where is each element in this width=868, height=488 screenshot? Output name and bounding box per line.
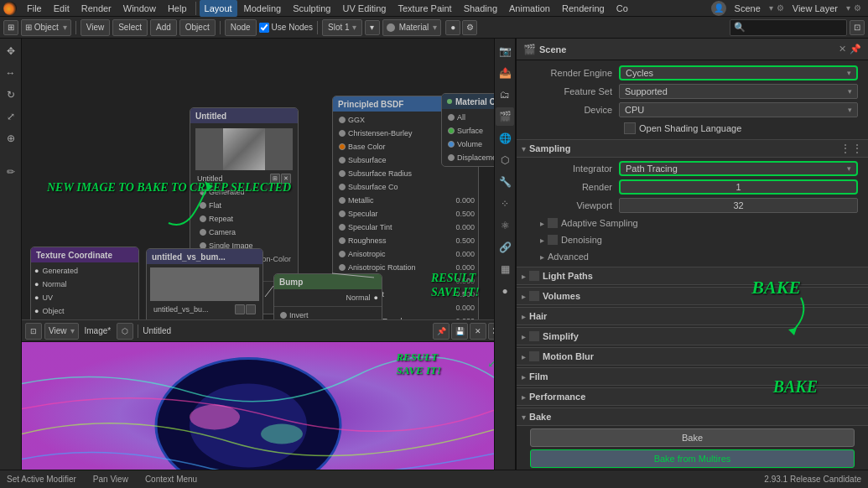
blender-logo[interactable] xyxy=(3,2,17,15)
integrator-dropdown[interactable]: Path Tracing ▾ xyxy=(619,161,858,176)
tool-scale-icon[interactable]: ⤢ xyxy=(2,107,20,126)
constraints-icon[interactable]: 🔗 xyxy=(496,238,514,257)
viewer-save-icon[interactable]: 💾 xyxy=(451,323,468,340)
viewer-mode-icon[interactable]: ⊡ xyxy=(25,323,42,340)
render-samples-field[interactable]: 1 xyxy=(619,179,858,195)
use-nodes-label[interactable]: Use Nodes xyxy=(259,23,313,33)
tab-layout[interactable]: Layout xyxy=(200,0,237,17)
motion-blur-icon xyxy=(529,351,539,361)
tab-co[interactable]: Co xyxy=(611,0,633,17)
material-dropdown[interactable]: Material ▾ xyxy=(382,19,442,36)
node-btn[interactable]: Node xyxy=(225,19,257,36)
tool-annotate-icon[interactable]: ✏ xyxy=(2,163,20,181)
viewport-samples-field[interactable]: 32 xyxy=(619,198,858,213)
viewer-image-label[interactable]: Image* xyxy=(81,326,115,335)
bump-img-icon2[interactable] xyxy=(246,304,256,314)
scene-icon[interactable]: 🎬 xyxy=(496,107,514,126)
select-menu[interactable]: Select xyxy=(112,19,148,36)
menu-render[interactable]: Render xyxy=(76,0,117,17)
simplify-header[interactable]: ▸ Simplify xyxy=(517,327,868,345)
tab-modeling[interactable]: Modeling xyxy=(239,0,287,17)
object-menu[interactable]: Object xyxy=(179,19,216,36)
tex-coord-header: Texture Coordinate xyxy=(31,247,138,262)
world-icon[interactable]: 🌐 xyxy=(496,129,514,148)
sampling-options[interactable]: ⋮⋮ xyxy=(839,142,863,155)
tab-texture-paint[interactable]: Texture Paint xyxy=(392,0,456,17)
menu-help[interactable]: Help xyxy=(163,0,192,17)
adaptive-sampling-item[interactable]: ▸ Adaptive Sampling xyxy=(523,215,861,231)
panel-pin-icon[interactable]: 📌 xyxy=(850,44,861,55)
viewer-close-icon[interactable]: ✕ xyxy=(470,323,486,340)
material-icon[interactable]: ● xyxy=(445,20,460,35)
particles-icon[interactable]: ⁘ xyxy=(496,195,514,213)
material-settings-icon[interactable]: ⚙ xyxy=(462,20,477,35)
data-icon[interactable]: ▦ xyxy=(496,260,514,278)
add-menu[interactable]: Add xyxy=(150,19,177,36)
bake-button[interactable]: Bake xyxy=(530,428,855,447)
bump-img-icon1[interactable] xyxy=(235,304,245,314)
volumes-header[interactable]: ▸ Volumes xyxy=(517,287,868,305)
viewer-icon1[interactable]: ⬡ xyxy=(117,323,133,340)
bake-from-button[interactable]: Bake from Multires xyxy=(530,449,855,468)
image-link-icon[interactable]: ✕ xyxy=(281,174,291,184)
device-row: Device CPU ▾ xyxy=(523,101,861,119)
user-icon[interactable]: 👤 xyxy=(711,1,726,16)
slot-dropdown[interactable]: Slot 1 ▾ xyxy=(322,19,362,36)
image-options-icon[interactable]: ⊞ xyxy=(270,174,280,184)
sampling-section-header[interactable]: ▾ Sampling ⋮⋮ xyxy=(517,139,868,158)
viewer-pin-icon[interactable]: 📌 xyxy=(433,323,450,340)
sampling-content: Integrator Path Tracing ▾ Render 1 Viewp… xyxy=(517,159,868,265)
device-label: Device xyxy=(527,105,619,115)
modifier-icon[interactable]: 🔧 xyxy=(496,173,514,191)
menu-window[interactable]: Window xyxy=(118,0,161,17)
mode-icon[interactable]: ⊞ xyxy=(3,20,18,35)
menu-edit[interactable]: Edit xyxy=(49,0,75,17)
open-shading-checkbox[interactable] xyxy=(624,122,636,134)
tool-select-icon[interactable]: ✥ xyxy=(2,42,20,60)
scene-settings-icon[interactable]: ⚙ xyxy=(777,3,784,13)
node-canvas-upper[interactable]: Principled BSDF BSDF GGX Christensen-Bur… xyxy=(22,39,494,336)
viewer-view-dropdown[interactable]: View▾ xyxy=(44,323,79,340)
tab-animation[interactable]: Animation xyxy=(504,0,555,17)
scene-expand-icon[interactable]: ▾ xyxy=(769,3,773,13)
tool-move-icon[interactable]: ↔ xyxy=(2,64,20,82)
material-prop-icon[interactable]: ● xyxy=(496,282,514,300)
view-menu[interactable]: View xyxy=(81,19,111,36)
advanced-item[interactable]: ▸ Advanced xyxy=(523,248,861,265)
view-layer-icon[interactable]: 🗂 xyxy=(496,86,514,104)
tab-sculpting[interactable]: Sculpting xyxy=(288,0,335,17)
use-nodes-checkbox[interactable] xyxy=(259,23,269,33)
tool-rotate-icon[interactable]: ↻ xyxy=(2,86,20,104)
view-layer-settings-icon[interactable]: ⚙ xyxy=(854,3,861,13)
slot-options-icon[interactable]: ▾ xyxy=(365,20,380,35)
tab-rendering[interactable]: Rendering xyxy=(557,0,610,17)
performance-header[interactable]: ▸ Performance xyxy=(517,387,868,406)
render-row: Render 1 xyxy=(523,178,861,196)
bake-section-header[interactable]: ▾ Bake xyxy=(517,408,868,426)
image-canvas[interactable]: ⤢ ✋ RESULTSAVE IT! xyxy=(22,342,494,487)
denoising-item[interactable]: ▸ Denoising xyxy=(523,231,861,248)
search-box[interactable]: 🔍 xyxy=(730,19,847,36)
panel-toggle-icon[interactable]: ⊡ xyxy=(850,20,865,35)
hair-header[interactable]: ▸ Hair xyxy=(517,307,868,325)
device-dropdown[interactable]: CPU ▾ xyxy=(619,102,858,117)
tab-shading[interactable]: Shading xyxy=(459,0,502,17)
motion-blur-header[interactable]: ▸ Motion Blur xyxy=(517,347,868,366)
output-icon[interactable]: 📤 xyxy=(496,64,514,82)
light-paths-header[interactable]: ▸ Light Paths xyxy=(517,267,868,285)
film-header[interactable]: ▸ Film xyxy=(517,367,868,386)
view-layer-expand-icon[interactable]: ▾ xyxy=(846,3,850,13)
object-mode-dropdown[interactable]: ⊞ Object ▾ xyxy=(21,19,71,36)
tool-transform-icon[interactable]: ⊕ xyxy=(2,129,20,148)
node-editor[interactable]: Principled BSDF BSDF GGX Christensen-Bur… xyxy=(22,39,494,487)
tab-uv-editing[interactable]: UV Editing xyxy=(337,0,391,17)
viewer-expand-icon[interactable]: ⛶ xyxy=(488,323,494,340)
object-props-icon[interactable]: ⬡ xyxy=(496,151,514,169)
panel-close-icon[interactable]: ✕ xyxy=(839,44,846,55)
physics-icon[interactable]: ⚛ xyxy=(496,216,514,235)
menu-file[interactable]: File xyxy=(22,0,47,17)
render-engine-dropdown[interactable]: Cycles ▾ xyxy=(619,65,858,80)
hair-triangle: ▸ xyxy=(522,312,526,321)
feature-set-dropdown[interactable]: Supported ▾ xyxy=(619,84,858,99)
render-icon[interactable]: 📷 xyxy=(496,42,514,60)
